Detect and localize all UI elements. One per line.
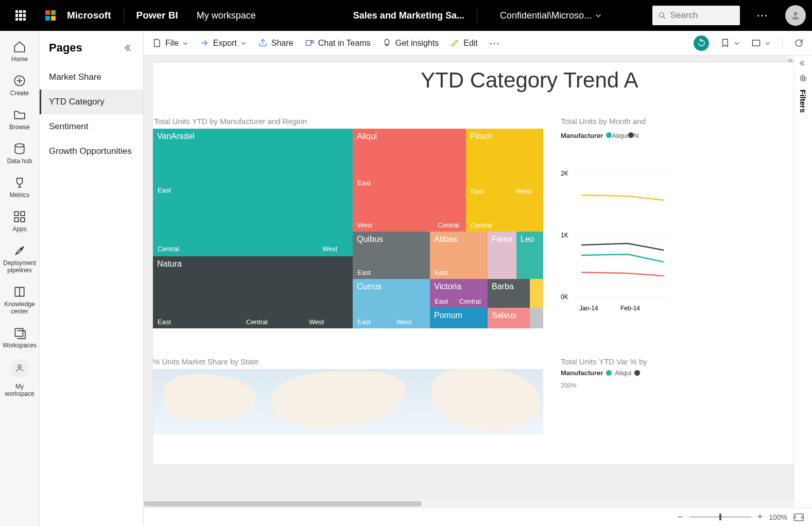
zoom-bar: − + 100% — [144, 507, 812, 526]
filters-label: Filters — [799, 90, 807, 113]
reset-icon — [697, 39, 706, 47]
zoom-slider[interactable] — [689, 516, 751, 518]
fit-to-page-icon[interactable] — [793, 513, 804, 521]
svg-point-12 — [311, 41, 314, 43]
expand-pane-icon[interactable] — [800, 60, 807, 67]
treemap-cell[interactable]: VictoriaEastCentral — [430, 279, 488, 308]
more-commands-button[interactable]: ⋯ — [489, 37, 500, 49]
filters-pane-collapsed[interactable]: Filters — [793, 56, 812, 526]
collapse-pane-icon[interactable] — [125, 43, 134, 52]
nav-browse[interactable]: Browse — [0, 105, 39, 134]
treemap-cell[interactable]: AliquiEastWestCentral — [353, 129, 466, 232]
nav-label: Browse — [9, 124, 30, 131]
page-tab[interactable]: Sentiment — [40, 114, 143, 139]
left-nav-rail: Home Create Browse Data hub Metrics Apps… — [0, 31, 40, 526]
map-visual[interactable]: % Units Market Share by State — [153, 357, 544, 460]
view-menu[interactable] — [751, 38, 771, 48]
teams-button[interactable]: Chat in Teams — [305, 38, 371, 48]
nav-metrics[interactable]: Metrics — [0, 173, 39, 202]
treemap-cell-label: Aliqui — [353, 129, 466, 144]
treemap-cell[interactable]: VanArsdelEastCentralWest — [153, 129, 353, 256]
microsoft-word: Microsoft — [67, 10, 111, 21]
treemap-region-label: East — [355, 178, 373, 188]
chevron-down-icon — [595, 12, 602, 19]
command-bar: File Export Share Chat in Teams Get insi… — [144, 31, 812, 56]
svg-rect-13 — [752, 40, 759, 46]
microsoft-logo-icon — [45, 10, 56, 21]
nav-label: Create — [10, 90, 29, 97]
work-area: File Export Share Chat in Teams Get insi… — [144, 31, 812, 526]
account-avatar[interactable] — [785, 5, 806, 26]
svg-rect-22 — [800, 76, 802, 80]
treemap-visual[interactable]: Total Units YTD by Manufacturer and Regi… — [153, 129, 543, 338]
nav-home[interactable]: Home — [0, 37, 39, 66]
file-menu[interactable]: File — [152, 38, 188, 48]
svg-point-8 — [21, 248, 22, 250]
nav-myworkspace[interactable] — [10, 359, 29, 378]
nav-datahub[interactable]: Data hub — [0, 139, 39, 168]
search-input[interactable] — [670, 10, 734, 21]
cmd-label: Chat in Teams — [318, 39, 371, 48]
treemap-cell[interactable]: QuibusEast — [353, 232, 430, 279]
nav-workspaces[interactable]: Workspaces — [0, 323, 39, 352]
export-icon — [200, 38, 210, 48]
export-menu[interactable]: Export — [200, 38, 247, 48]
brand-divider — [124, 8, 124, 23]
treemap-cell-label: Barba — [488, 279, 530, 294]
treemap-cell[interactable]: Barba — [488, 279, 530, 308]
linechart2-visual[interactable]: Total Units YTD Var % by Manufacturer Al… — [561, 357, 731, 389]
nav-deploy[interactable]: Deployment pipelines — [0, 241, 39, 277]
reset-button[interactable] — [694, 36, 709, 51]
cmd-label: Edit — [463, 39, 478, 48]
share-button[interactable]: Share — [258, 38, 293, 48]
linechart-visual[interactable]: Total Units by Month and Manufacturer Al… — [561, 129, 731, 338]
report-name[interactable]: Sales and Marketing Sa... — [353, 10, 464, 21]
nav-create[interactable]: Create — [0, 71, 39, 100]
nav-learn[interactable]: Knowledge center — [0, 282, 39, 318]
bookmark-menu[interactable] — [720, 38, 740, 48]
horizontal-scrollbar[interactable] — [144, 500, 794, 507]
treemap-cell[interactable]: Salvus — [488, 308, 530, 328]
visual-title: Total Units YTD Var % by — [561, 357, 731, 366]
page-tab[interactable]: Market Share — [40, 65, 143, 90]
svg-point-10 — [18, 365, 21, 368]
treemap-cell[interactable]: Fama — [488, 232, 516, 279]
page-tab[interactable]: Growth Opportunities — [40, 139, 143, 164]
treemap-cell[interactable]: PirumEastWestCentral — [466, 129, 543, 232]
svg-rect-7 — [21, 218, 25, 222]
home-icon — [13, 40, 26, 54]
zoom-in-button[interactable]: + — [757, 512, 763, 522]
product-name[interactable]: Power BI — [136, 10, 178, 21]
cmd-label: Export — [213, 39, 237, 48]
chevron-down-icon — [182, 40, 188, 46]
treemap-cell-label: Salvus — [488, 308, 530, 323]
insights-button[interactable]: Get insights — [382, 38, 439, 48]
search-box[interactable] — [652, 6, 740, 25]
workspace-breadcrumb[interactable]: My workspace — [197, 10, 256, 21]
legend-swatch — [628, 132, 634, 138]
apps-icon — [13, 210, 26, 223]
legend-item: Aliqui — [615, 369, 631, 377]
treemap-cell-label: Pirum — [466, 129, 543, 144]
page-tab[interactable]: YTD Category — [40, 90, 143, 114]
more-options-button[interactable]: ⋯ — [756, 9, 769, 22]
treemap-cell[interactable]: Leo — [516, 232, 543, 279]
treemap-cell[interactable] — [530, 279, 543, 308]
nav-label: Home — [11, 56, 28, 63]
treemap-region-label: East — [155, 185, 174, 195]
treemap-cell[interactable] — [530, 308, 543, 328]
sensitivity-label[interactable]: Confidential\Microso... — [500, 10, 602, 21]
treemap-cell[interactable]: AbbasEast — [430, 232, 488, 279]
treemap-cell[interactable]: Pomum — [430, 308, 488, 328]
refresh-icon[interactable] — [794, 38, 804, 48]
treemap-cell[interactable]: NaturaEastCentralWest — [153, 256, 353, 328]
zoom-out-button[interactable]: − — [678, 512, 683, 522]
edit-button[interactable]: Edit — [450, 38, 478, 48]
legend-title: Manufacturer — [561, 132, 603, 139]
treemap-cell[interactable]: CurrusEastWest — [353, 279, 430, 328]
app-launcher-icon[interactable] — [15, 10, 26, 21]
nav-apps[interactable]: Apps — [0, 207, 39, 236]
treemap-region-label: Central — [435, 220, 462, 230]
report-canvas[interactable]: YTD Category Trend A Total Units YTD by … — [153, 63, 812, 464]
treemap-region-label: East — [432, 296, 451, 306]
